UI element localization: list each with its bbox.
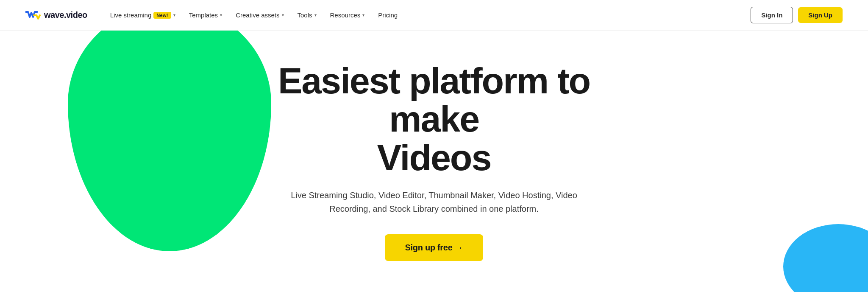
logo-text: wave.video xyxy=(44,10,87,20)
hero-title-line2: Videos xyxy=(377,137,491,178)
blue-shape-decoration xyxy=(783,224,868,292)
logo[interactable]: wave.video xyxy=(25,9,87,21)
nav-item-label: Pricing xyxy=(378,11,398,19)
nav-actions: Sign In Sign Up xyxy=(751,7,843,23)
hero-title: Easiest platform to make Videos xyxy=(243,62,625,177)
chevron-down-icon: ▾ xyxy=(173,13,175,17)
sign-in-button[interactable]: Sign In xyxy=(751,7,793,23)
chevron-down-icon: ▾ xyxy=(362,13,364,17)
nav-item-creative-assets[interactable]: Creative assets ▾ xyxy=(230,8,289,22)
nav-item-pricing[interactable]: Pricing xyxy=(372,8,403,22)
hero-section: Easiest platform to make Videos Live Str… xyxy=(0,31,868,292)
hero-content: Easiest platform to make Videos Live Str… xyxy=(243,62,625,261)
navbar: wave.video Live streaming New! ▾ Templat… xyxy=(0,0,868,31)
nav-links: Live streaming New! ▾ Templates ▾ Creati… xyxy=(104,8,751,22)
chevron-down-icon: ▾ xyxy=(282,13,284,17)
nav-item-label: Creative assets xyxy=(236,11,279,19)
nav-item-live-streaming[interactable]: Live streaming New! ▾ xyxy=(104,8,181,22)
logo-icon xyxy=(25,9,41,21)
nav-item-resources[interactable]: Resources ▾ xyxy=(324,8,371,22)
green-blob-decoration xyxy=(68,31,271,251)
nav-item-label: Tools xyxy=(298,11,312,19)
nav-item-label: Templates xyxy=(189,11,218,19)
nav-badge-new: New! xyxy=(153,12,171,19)
hero-subtitle: Live Streaming Studio, Video Editor, Thu… xyxy=(286,188,582,216)
nav-item-label: Resources xyxy=(330,11,361,19)
chevron-down-icon: ▾ xyxy=(220,13,222,17)
sign-up-button[interactable]: Sign Up xyxy=(798,7,843,23)
signup-cta-button[interactable]: Sign up free → xyxy=(385,234,484,261)
nav-item-tools[interactable]: Tools ▾ xyxy=(292,8,323,22)
nav-item-label: Live streaming xyxy=(110,11,152,19)
hero-title-line1: Easiest platform to make xyxy=(278,60,590,139)
nav-item-templates[interactable]: Templates ▾ xyxy=(183,8,228,22)
chevron-down-icon: ▾ xyxy=(314,13,317,17)
